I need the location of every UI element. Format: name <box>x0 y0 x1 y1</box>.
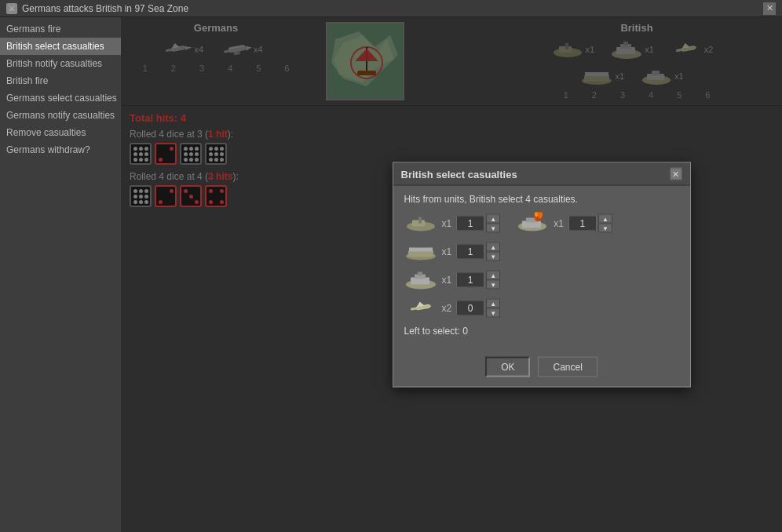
sidebar: Germans fire British select casualties B… <box>0 17 122 532</box>
casualty-carrier-down[interactable]: ▼ <box>486 252 500 261</box>
casualty-fighter-count: x2 <box>442 303 452 314</box>
svg-rect-41 <box>408 251 433 257</box>
left-to-select-value: 0 <box>462 326 468 337</box>
svg-rect-33 <box>418 217 422 224</box>
left-to-select-display: Left to select: 0 <box>404 326 679 337</box>
modal-title: British select casualties <box>401 168 517 180</box>
casualty-row-1: x1 ▲ ▼ <box>404 213 679 241</box>
casualty-battleship-icon <box>404 269 437 291</box>
casualty-carrier-input[interactable] <box>456 244 484 260</box>
cancel-button[interactable]: Cancel <box>538 357 597 377</box>
casualty-carrier-stepper: ▲ ▼ <box>486 242 500 261</box>
modal-close-button[interactable]: ✕ <box>670 168 682 180</box>
sidebar-item-germans-fire[interactable]: Germans fire <box>0 20 121 38</box>
casualty-burning-down[interactable]: ▼ <box>598 224 612 233</box>
casualty-battleship-row: x1 ▲ ▼ <box>404 269 679 291</box>
casualty-carrier-count: x1 <box>442 246 452 257</box>
casualty-battleship-count: x1 <box>442 275 452 286</box>
modal-overlay: British select casualties ✕ Hits from un… <box>122 17 782 532</box>
casualty-burning-stepper: ▲ ▼ <box>598 214 612 233</box>
sidebar-item-germans-withdraw[interactable]: Germans withdraw? <box>0 141 121 159</box>
casualty-burning-icon <box>516 213 549 235</box>
casualty-carrier-icon <box>404 241 437 263</box>
main-layout: Germans fire British select casualties B… <box>0 17 782 532</box>
sidebar-item-british-select[interactable]: British select casualties <box>0 38 121 55</box>
casualty-destroyer-up[interactable]: ▲ <box>486 214 500 224</box>
casualty-burning-count: x1 <box>554 218 564 229</box>
window-close-button[interactable]: ✕ <box>763 2 776 15</box>
modal-body: Hits from units, British select 4 casual… <box>393 186 690 351</box>
modal-title-bar: British select casualties ✕ <box>393 163 690 186</box>
sidebar-item-remove-casualties[interactable]: Remove casualties <box>0 124 121 141</box>
casualty-fighter-down[interactable]: ▼ <box>486 308 500 318</box>
casualty-destroyer-stepper: ▲ ▼ <box>486 214 500 233</box>
casualty-fighter-up[interactable]: ▲ <box>486 299 500 308</box>
sidebar-item-british-fire[interactable]: British fire <box>0 72 121 89</box>
casualty-burning-row: x1 ▲ ▼ <box>516 213 612 235</box>
sidebar-item-british-notify[interactable]: British notify casualties <box>0 55 121 72</box>
casualty-destroyer-count: x1 <box>442 218 452 229</box>
title-bar: ⚔ Germans attacks British in 97 Sea Zone… <box>0 0 782 17</box>
casualty-burning-input[interactable] <box>568 216 597 231</box>
casualty-carrier-up[interactable]: ▲ <box>486 242 500 252</box>
casualty-fighter-stepper: ▲ ▼ <box>486 299 500 318</box>
ok-button[interactable]: OK <box>485 357 530 377</box>
casualty-select-modal: British select casualties ✕ Hits from un… <box>393 162 691 388</box>
sidebar-item-germans-notify[interactable]: Germans notify casualties <box>0 107 121 124</box>
window-title: Germans attacks British in 97 Sea Zone <box>22 3 188 14</box>
casualty-battleship-stepper: ▲ ▼ <box>486 271 500 290</box>
svg-rect-42 <box>409 248 433 252</box>
casualty-destroyer-down[interactable]: ▼ <box>486 224 500 233</box>
modal-footer: OK Cancel <box>393 351 690 387</box>
casualty-destroyer-icon <box>404 213 437 235</box>
casualty-fighter-icon <box>404 297 437 319</box>
modal-subtitle: Hits from units, British select 4 casual… <box>404 194 679 205</box>
content-area: Germans x4 <box>122 17 782 532</box>
casualty-destroyer-row: x1 ▲ ▼ <box>404 213 501 235</box>
casualty-destroyer-input[interactable] <box>456 216 484 231</box>
casualty-battleship-up[interactable]: ▲ <box>486 271 500 280</box>
app-icon: ⚔ <box>6 3 17 14</box>
casualty-fighter-row: x2 ▲ ▼ <box>404 297 679 319</box>
sidebar-item-germans-select[interactable]: Germans select casualties <box>0 89 121 107</box>
svg-rect-46 <box>418 272 422 276</box>
casualty-carrier-row: x1 ▲ ▼ <box>404 241 679 263</box>
casualty-battleship-down[interactable]: ▼ <box>486 280 500 290</box>
casualty-battleship-input[interactable] <box>456 272 484 288</box>
casualty-burning-up[interactable]: ▲ <box>598 214 612 224</box>
casualty-fighter-input[interactable] <box>456 301 484 316</box>
